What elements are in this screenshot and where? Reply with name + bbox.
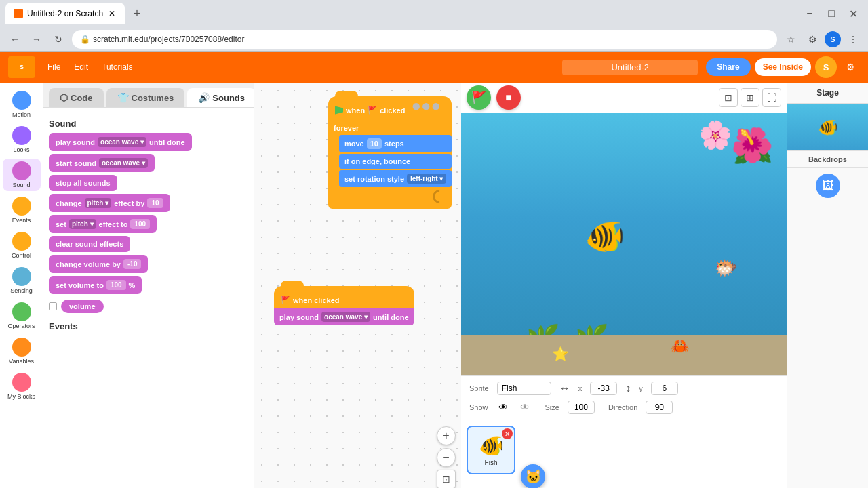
motion-dot: [12, 91, 31, 110]
sprite-x-value[interactable]: -33: [590, 382, 617, 395]
sounds-icon: 🔊: [198, 92, 210, 103]
fullscreen-button[interactable]: ⛶: [762, 88, 781, 107]
nav-file[interactable]: File: [43, 60, 64, 75]
play-sound-canvas-block[interactable]: play sound ocean wave ▾ until done: [274, 308, 414, 325]
sprite-y-value[interactable]: 6: [651, 382, 678, 395]
block-set-volume[interactable]: set volume to 100 %: [49, 276, 142, 294]
sprite-direction-value[interactable]: 90: [646, 401, 673, 414]
scratch-actions: Share See Inside S ⚙: [706, 56, 860, 78]
tab-sounds[interactable]: 🔊 Sounds: [187, 88, 256, 107]
address-bar[interactable]: 🔒 scratch.mit.edu/projects/700257088/edi…: [72, 30, 777, 49]
block-stop-all-sounds[interactable]: stop all sounds: [49, 175, 117, 191]
forever-arc: [328, 188, 452, 205]
category-looks[interactable]: Looks: [3, 123, 41, 156]
yellow-fish: 🐡: [714, 257, 738, 279]
tab-costumes[interactable]: 👕 Costumes: [106, 88, 185, 107]
new-tab-button[interactable]: +: [127, 4, 146, 23]
script-2[interactable]: 🚩 when clicked play sound ocean wave ▾ u…: [274, 286, 414, 325]
category-control[interactable]: Control: [3, 229, 41, 262]
add-sprite-button[interactable]: 🐱: [521, 464, 545, 488]
block-change-volume[interactable]: change volume by -10: [49, 255, 148, 273]
menu-button[interactable]: ⋮: [844, 30, 863, 49]
direction-label: Direction: [608, 403, 637, 411]
sensing-label: Sensing: [10, 287, 33, 294]
category-myblocks[interactable]: My Blocks: [3, 370, 41, 403]
tab-close-button[interactable]: ✕: [107, 9, 117, 18]
scratch-header: S File Edit Tutorials Share See Inside S…: [0, 52, 868, 83]
user-avatar[interactable]: S: [815, 56, 837, 78]
code-canvas[interactable]: when 🚩 clicked forever move 10 steps: [254, 83, 461, 488]
block-clear-sound-effects[interactable]: clear sound effects: [49, 236, 130, 252]
move-block[interactable]: move 10 steps: [339, 135, 452, 152]
stage-canvas: 🌸 🌺 🐠 🐡 🌿 🌿 ⭐ 🦀: [461, 113, 787, 375]
events-label: Events: [12, 217, 31, 224]
bookmark-button[interactable]: ☆: [781, 30, 800, 49]
tab-code[interactable]: ⬡ Code: [49, 88, 104, 107]
category-variables[interactable]: Variables: [3, 335, 41, 367]
zoom-in-button[interactable]: +: [437, 426, 456, 445]
volume-reporter-row: volume: [49, 297, 248, 316]
delete-sprite-button[interactable]: ✕: [502, 428, 513, 439]
stage-thumbnail[interactable]: 🐠: [787, 104, 868, 151]
forever-block[interactable]: forever move 10 steps if on edge, bounce…: [328, 119, 452, 209]
control-dot: [12, 232, 31, 251]
share-button[interactable]: Share: [706, 58, 750, 76]
backdrops-icon[interactable]: 🖼: [787, 168, 868, 203]
small-stage-button[interactable]: ⊡: [719, 88, 738, 107]
category-sensing[interactable]: Sensing: [3, 264, 41, 297]
sound-section-title: Sound: [49, 119, 248, 129]
stage-view-controls: ⊡ ⊞ ⛶: [719, 88, 781, 107]
scratch-logo[interactable]: S: [8, 56, 35, 78]
browser-tabs: Untitled-2 on Scratch ✕ +: [5, 3, 146, 24]
fish-sprite: 🐠: [585, 218, 625, 256]
category-operators[interactable]: Operators: [3, 300, 41, 332]
profile-avatar[interactable]: S: [825, 31, 841, 47]
block-set-pitch[interactable]: set pitch ▾ effect to 100: [49, 215, 157, 233]
operators-label: Operators: [7, 323, 35, 329]
stage-panel: 🚩 ■ ⊡ ⊞ ⛶ 🌸 🌺 🐠 🐡 🌿 🌿: [461, 83, 787, 488]
stage-label: Stage: [787, 83, 868, 104]
active-tab[interactable]: Untitled-2 on Scratch ✕: [5, 3, 125, 24]
scratch-menu-button[interactable]: ⚙: [841, 58, 860, 77]
block-start-sound[interactable]: start sound ocean wave ▾: [49, 154, 155, 172]
volume-checkbox[interactable]: [49, 302, 57, 310]
maximize-button[interactable]: □: [822, 4, 841, 23]
block-play-sound[interactable]: play sound ocean wave ▾ until done: [49, 133, 192, 151]
block-volume[interactable]: volume: [61, 300, 104, 313]
category-sound[interactable]: Sound: [3, 159, 41, 191]
fit-button[interactable]: ⊡: [437, 470, 456, 488]
if-on-edge-block[interactable]: if on edge, bounce: [339, 154, 452, 169]
block-change-pitch[interactable]: change pitch ▾ effect by 10: [49, 194, 170, 212]
hide-eye-button[interactable]: 👁: [518, 401, 532, 414]
sprite-size-value[interactable]: 100: [568, 401, 595, 414]
extensions-button[interactable]: ⚙: [803, 30, 822, 49]
sea-creature: 🦀: [671, 338, 689, 355]
fish-sprite-item[interactable]: ✕ 🐠 Fish: [467, 426, 515, 474]
stop-button[interactable]: ■: [496, 85, 521, 110]
green-flag-button[interactable]: 🚩: [467, 85, 491, 110]
zoom-out-button[interactable]: −: [437, 448, 456, 467]
see-inside-button[interactable]: See Inside: [755, 58, 811, 76]
category-motion[interactable]: Motion: [3, 88, 41, 121]
nav-tutorials[interactable]: Tutorials: [98, 60, 137, 75]
fish-thumb[interactable]: ✕ 🐠 Fish: [467, 426, 515, 474]
variables-label: Variables: [9, 358, 34, 365]
set-rotation-block[interactable]: set rotation style left-right ▾: [339, 170, 452, 187]
category-events[interactable]: Events: [3, 194, 41, 226]
close-button[interactable]: ✕: [844, 4, 863, 23]
show-eye-button[interactable]: 👁: [496, 401, 510, 414]
add-backdrop-button[interactable]: 🖼: [816, 174, 840, 198]
scratch-app: S File Edit Tutorials Share See Inside S…: [0, 52, 868, 488]
back-button[interactable]: ←: [5, 30, 24, 49]
events-dot: [12, 197, 31, 216]
reload-button[interactable]: ↻: [49, 30, 68, 49]
project-title-input[interactable]: [562, 60, 698, 75]
forward-button[interactable]: →: [27, 30, 46, 49]
minimize-button[interactable]: −: [800, 4, 819, 23]
sprite-name-input[interactable]: [497, 382, 551, 395]
blocks-panel: ⬡ Code 👕 Costumes 🔊 Sounds Sound play so…: [43, 83, 254, 488]
normal-stage-button[interactable]: ⊞: [741, 88, 760, 107]
browser-nav-controls: ← → ↻: [5, 30, 68, 49]
nav-edit[interactable]: Edit: [70, 60, 92, 75]
myblocks-dot: [12, 373, 31, 392]
